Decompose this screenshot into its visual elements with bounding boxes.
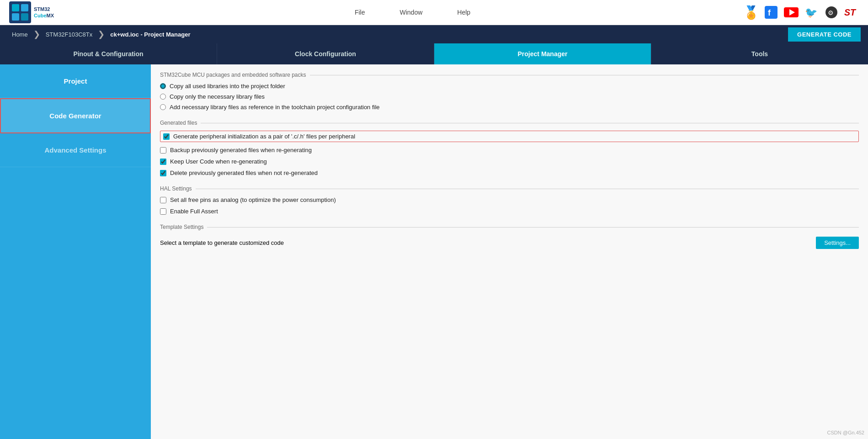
sidebar: Project Code Generator Advanced Settings — [0, 64, 151, 439]
mcu-section-title: STM32Cube MCU packages and embedded soft… — [160, 72, 859, 78]
radio-copy-necessary-label: Copy only the necessary library files — [170, 93, 265, 100]
svg-text:ST: ST — [844, 7, 857, 17]
main-content: STM32Cube MCU packages and embedded soft… — [151, 64, 868, 439]
mcu-packages-section: STM32Cube MCU packages and embedded soft… — [160, 72, 859, 111]
checkbox-full-assert-label: Enable Full Assert — [170, 208, 218, 215]
menu-help[interactable]: Help — [453, 7, 474, 18]
svg-rect-5 — [765, 6, 777, 19]
radio-add-reference-label: Add necessary library files as reference… — [170, 104, 380, 111]
checkbox-generate-peripheral[interactable]: Generate peripheral initialization as a … — [160, 131, 859, 142]
checkbox-free-pins[interactable]: Set all free pins as analog (to optimize… — [160, 196, 859, 203]
svg-text:🐦: 🐦 — [805, 6, 818, 19]
svg-rect-3 — [12, 13, 19, 21]
template-label: Select a template to generate customized… — [160, 239, 284, 246]
checkbox-free-pins-input[interactable] — [160, 197, 166, 203]
checkbox-backup[interactable]: Backup previously generated files when r… — [160, 147, 859, 153]
facebook-icon[interactable]: f — [764, 5, 778, 20]
logo-area: STM32 CubeMX — [9, 1, 54, 23]
menu-file[interactable]: File — [351, 7, 369, 18]
svg-rect-1 — [12, 4, 19, 11]
checkbox-full-assert-input[interactable] — [160, 208, 166, 215]
checkbox-full-assert[interactable]: Enable Full Assert — [160, 208, 859, 215]
radio-copy-necessary[interactable]: Copy only the necessary library files — [160, 93, 859, 100]
template-settings-section: Template Settings Select a template to g… — [160, 224, 859, 251]
breadcrumb-bar: Home ❯ STM32F103C8Tx ❯ ck+wd.ioc - Proje… — [0, 25, 868, 43]
svg-rect-2 — [21, 4, 28, 11]
breadcrumb-sep-1: ❯ — [33, 29, 40, 39]
menu-window[interactable]: Window — [396, 7, 426, 18]
stm32-logo-icon — [9, 1, 31, 23]
radio-add-reference-input[interactable] — [160, 104, 166, 110]
youtube-icon[interactable] — [784, 5, 799, 20]
svg-text:f: f — [768, 8, 771, 17]
checkbox-keep-user-code-label: Keep User Code when re-generating — [170, 158, 267, 165]
checkbox-generate-peripheral-input[interactable] — [163, 133, 170, 140]
breadcrumb-home[interactable]: Home — [7, 31, 32, 38]
twitter-icon[interactable]: 🐦 — [804, 5, 819, 20]
checkbox-free-pins-label: Set all free pins as analog (to optimize… — [170, 196, 336, 203]
tab-tools[interactable]: Tools — [651, 43, 868, 64]
checkbox-delete-generated[interactable]: Delete previously generated files when n… — [160, 169, 859, 176]
top-menu: File Window Help — [81, 7, 744, 18]
tab-project-manager[interactable]: Project Manager — [434, 43, 651, 64]
github-icon[interactable]: ⚙ — [824, 5, 839, 20]
generated-files-title: Generated files — [160, 120, 859, 126]
hal-section-title: HAL Settings — [160, 185, 859, 192]
checkbox-generate-peripheral-label: Generate peripheral initialization as a … — [173, 133, 355, 140]
radio-copy-necessary-input[interactable] — [160, 94, 166, 100]
main-tabs: Pinout & Configuration Clock Configurati… — [0, 43, 868, 64]
radio-copy-all-label: Copy all used libraries into the project… — [170, 83, 285, 90]
top-bar: STM32 CubeMX File Window Help 🏅 f 🐦 ⚙ ST — [0, 0, 868, 25]
breadcrumb-current[interactable]: ck+wd.ioc - Project Manager — [106, 31, 195, 38]
template-settings-button[interactable]: Settings... — [816, 237, 859, 249]
tab-pinout[interactable]: Pinout & Configuration — [0, 43, 217, 64]
st-logo-icon[interactable]: ST — [844, 5, 859, 20]
radio-copy-all[interactable]: Copy all used libraries into the project… — [160, 83, 859, 90]
checkbox-keep-user-code-input[interactable] — [160, 159, 166, 165]
sidebar-item-project[interactable]: Project — [0, 64, 151, 98]
template-section-title: Template Settings — [160, 224, 859, 230]
sidebar-item-advanced-settings[interactable]: Advanced Settings — [0, 133, 151, 167]
breadcrumb-device[interactable]: STM32F103C8Tx — [41, 31, 97, 38]
generated-files-section: Generated files Generate peripheral init… — [160, 120, 859, 176]
radio-copy-all-input[interactable] — [160, 83, 166, 89]
csdn-watermark: CSDN @Gn.452 — [827, 430, 864, 435]
radio-add-reference[interactable]: Add necessary library files as reference… — [160, 104, 859, 111]
generate-code-button[interactable]: GENERATE CODE — [788, 27, 861, 42]
checkbox-delete-generated-input[interactable] — [160, 170, 166, 176]
checkbox-keep-user-code[interactable]: Keep User Code when re-generating — [160, 158, 859, 165]
sidebar-item-code-generator[interactable]: Code Generator — [0, 98, 151, 133]
content-area: Project Code Generator Advanced Settings… — [0, 64, 868, 439]
logo-text: STM32 CubeMX — [34, 6, 54, 19]
hal-settings-section: HAL Settings Set all free pins as analog… — [160, 185, 859, 215]
anniversary-icon[interactable]: 🏅 — [744, 5, 758, 20]
svg-rect-4 — [21, 13, 28, 21]
breadcrumb-sep-2: ❯ — [98, 29, 105, 39]
checkbox-backup-input[interactable] — [160, 147, 166, 153]
checkbox-delete-generated-label: Delete previously generated files when n… — [170, 169, 318, 176]
tab-clock[interactable]: Clock Configuration — [217, 43, 434, 64]
template-row: Select a template to generate customized… — [160, 235, 859, 251]
checkbox-backup-label: Backup previously generated files when r… — [170, 147, 312, 153]
svg-text:⚙: ⚙ — [828, 9, 834, 16]
top-icons: 🏅 f 🐦 ⚙ ST — [744, 5, 859, 20]
